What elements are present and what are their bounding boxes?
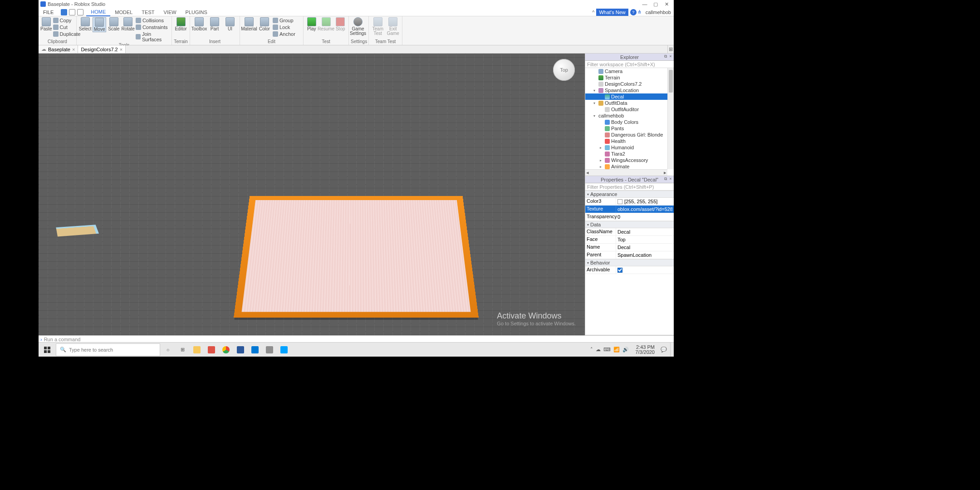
prop-face[interactable]: FaceTop bbox=[585, 236, 674, 244]
close-panel-icon[interactable]: × bbox=[668, 54, 673, 59]
tree-item[interactable]: ▾SpawnLocation bbox=[585, 87, 674, 93]
explorer-vscrollbar[interactable] bbox=[667, 68, 674, 169]
tab-test[interactable]: TEST bbox=[137, 9, 159, 16]
file-menu[interactable]: FILE bbox=[39, 10, 58, 15]
tree-item[interactable]: Health bbox=[585, 138, 674, 144]
qat-save-icon[interactable] bbox=[61, 9, 67, 15]
qat-redo-icon[interactable] bbox=[77, 9, 83, 15]
close-tab-icon[interactable]: × bbox=[120, 47, 122, 52]
window-close-button[interactable]: ✕ bbox=[661, 1, 672, 7]
viewport-3d[interactable]: Top Activate Windows Go to Settings to a… bbox=[39, 54, 585, 335]
paste-button[interactable]: Paste bbox=[40, 17, 52, 31]
tray-onedrive-icon[interactable]: ☁ bbox=[596, 347, 601, 353]
constraints-toggle[interactable]: Constraints bbox=[136, 24, 170, 30]
group-button[interactable]: Group bbox=[273, 17, 295, 24]
prop-color3[interactable]: Color3 [255, 255, 255] bbox=[585, 198, 674, 206]
view-cube[interactable]: Top bbox=[553, 59, 575, 81]
stop-button[interactable]: Stop bbox=[334, 17, 347, 31]
tree-item[interactable]: ▸Animate bbox=[585, 163, 674, 170]
lock-button[interactable]: Lock bbox=[273, 24, 295, 30]
tree-expand-icon[interactable]: ▸ bbox=[600, 165, 603, 169]
share-icon[interactable]: ⋔ bbox=[637, 9, 643, 15]
prop-classname[interactable]: ClassNameDecal bbox=[585, 228, 674, 236]
collisions-toggle[interactable]: Collisions bbox=[136, 17, 170, 24]
texture-input[interactable] bbox=[617, 206, 672, 212]
play-button[interactable]: Play bbox=[305, 17, 318, 31]
part-button[interactable]: Part bbox=[207, 17, 222, 31]
explorer-filter-input[interactable]: Filter workspace (Ctrl+Shift+X) bbox=[585, 61, 674, 68]
tree-expand-icon[interactable]: ▾ bbox=[593, 88, 597, 93]
tree-item[interactable]: ▾callmehbob bbox=[585, 113, 674, 119]
explorer-tree[interactable]: CameraTerrainDesignColors7.2▾SpawnLocati… bbox=[585, 68, 674, 176]
prop-category-data[interactable]: ▾Data bbox=[585, 221, 674, 228]
tree-item[interactable]: ▸WingsAccessory bbox=[585, 157, 674, 163]
tree-item[interactable]: ▸Humanoid bbox=[585, 144, 674, 151]
tab-plugins[interactable]: PLUGINS bbox=[181, 9, 212, 16]
tree-item[interactable]: Tiara2 bbox=[585, 151, 674, 157]
tree-expand-icon[interactable]: ▾ bbox=[593, 101, 597, 105]
prop-parent[interactable]: ParentSpawnLocation bbox=[585, 251, 674, 259]
close-tab-icon[interactable]: × bbox=[72, 47, 75, 52]
help-icon[interactable]: ? bbox=[630, 9, 637, 15]
taskbar-app-word[interactable] bbox=[234, 343, 247, 356]
tree-expand-icon[interactable]: ▸ bbox=[600, 158, 603, 162]
resume-button[interactable]: Resume bbox=[319, 17, 333, 31]
doctab-baseplate[interactable]: ☁ Baseplate × bbox=[39, 45, 78, 53]
explorer-header[interactable]: Explorer ⧉× bbox=[585, 54, 674, 61]
tree-item[interactable]: DesignColors7.2 bbox=[585, 81, 674, 87]
whats-new-button[interactable]: What's New bbox=[596, 9, 628, 16]
exit-game-button[interactable]: Exit Game bbox=[386, 17, 401, 36]
doctab-designcolors[interactable]: DesignColors7.2 × bbox=[78, 45, 126, 53]
taskbar-search[interactable]: 🔍 Type here to search bbox=[56, 343, 160, 356]
game-settings-button[interactable]: Game Settings bbox=[351, 17, 365, 36]
properties-filter-input[interactable]: Filter Properties (Ctrl+Shift+P) bbox=[585, 183, 674, 191]
tab-model[interactable]: MODEL bbox=[110, 9, 137, 16]
tree-item[interactable]: Decal bbox=[585, 93, 674, 100]
color-button[interactable]: Color bbox=[257, 17, 272, 31]
tray-keyboard-icon[interactable]: ⌨ bbox=[603, 347, 611, 353]
ui-button[interactable]: UI bbox=[223, 17, 237, 31]
ribbon-collapse-icon[interactable]: ^ bbox=[592, 10, 594, 15]
window-maximize-button[interactable]: ▢ bbox=[650, 1, 661, 7]
prop-transparency[interactable]: Transparency 0 bbox=[585, 213, 674, 221]
username-label[interactable]: callmehbob bbox=[643, 10, 674, 15]
move-tool[interactable]: Move bbox=[93, 17, 106, 32]
toolbox-button[interactable]: Toolbox bbox=[192, 17, 206, 31]
tree-item[interactable]: ▾OutfitData bbox=[585, 100, 674, 106]
system-tray[interactable]: ˄ ☁ ⌨ 📶 🔊 bbox=[588, 347, 632, 353]
taskbar-app-unknown2[interactable] bbox=[263, 343, 276, 356]
popout-icon[interactable]: ⧉ bbox=[663, 54, 668, 59]
show-desktop-button[interactable] bbox=[670, 343, 673, 357]
cortana-icon[interactable]: ○ bbox=[161, 343, 175, 356]
taskbar-app-roblox-studio[interactable] bbox=[277, 343, 291, 356]
archivable-checkbox[interactable] bbox=[617, 268, 622, 273]
tray-volume-icon[interactable]: 🔊 bbox=[622, 347, 629, 353]
tray-wifi-icon[interactable]: 📶 bbox=[613, 347, 620, 353]
select-tool[interactable]: Select bbox=[78, 17, 92, 31]
taskbar-app-unknown1[interactable] bbox=[205, 343, 218, 356]
taskbar-app-edge[interactable] bbox=[248, 343, 262, 356]
material-button[interactable]: Material bbox=[242, 17, 256, 31]
prop-texture[interactable]: Texture bbox=[585, 206, 674, 213]
tree-item[interactable]: Pants bbox=[585, 125, 674, 132]
properties-header[interactable]: Properties - Decal "Decal" ⧉× bbox=[585, 176, 674, 183]
tree-item[interactable]: Body Colors bbox=[585, 119, 674, 125]
tree-expand-icon[interactable]: ▸ bbox=[600, 146, 603, 150]
start-button[interactable] bbox=[39, 343, 55, 356]
scale-tool[interactable]: Scale bbox=[107, 17, 120, 31]
taskbar-app-explorer[interactable] bbox=[190, 343, 204, 356]
maximize-viewport-icon[interactable]: ⊞ bbox=[667, 45, 674, 53]
prop-archivable[interactable]: Archivable bbox=[585, 266, 674, 274]
tree-expand-icon[interactable]: ▾ bbox=[593, 114, 597, 118]
tray-chevron-up-icon[interactable]: ˄ bbox=[590, 347, 593, 353]
character-model[interactable] bbox=[39, 208, 138, 262]
terrain-editor-button[interactable]: Editor bbox=[174, 17, 188, 31]
team-test-button[interactable]: Team Test bbox=[371, 17, 385, 36]
tree-item[interactable]: Camera bbox=[585, 68, 674, 74]
tree-item[interactable]: OutfitAuditor bbox=[585, 106, 674, 113]
rotate-tool[interactable]: Rotate bbox=[121, 17, 134, 31]
taskbar-clock[interactable]: 2:43 PM 7/3/2020 bbox=[632, 345, 657, 355]
tree-item[interactable]: Dangerous Girl: Blonde bbox=[585, 132, 674, 138]
task-view-icon[interactable]: ⊞ bbox=[176, 343, 189, 356]
join-surfaces-toggle[interactable]: Join Surfaces bbox=[136, 31, 170, 43]
